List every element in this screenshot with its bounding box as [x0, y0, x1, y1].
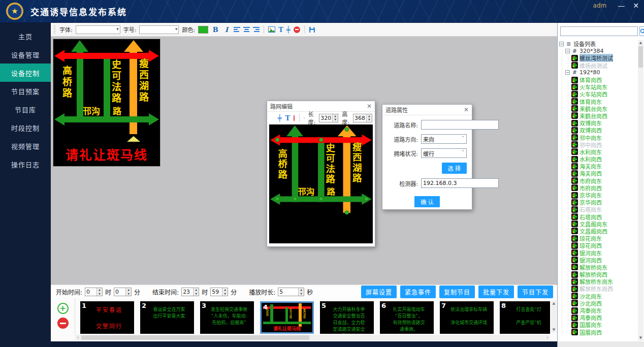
scroll-left-icon[interactable]: ‹ — [75, 335, 81, 340]
device-tree-node[interactable]: − 维扬岗测试 — [559, 62, 637, 69]
scroll-down-icon[interactable]: ▼ — [551, 327, 557, 332]
distribute-icon[interactable]: ╪ — [278, 115, 282, 121]
vertical-scrollbar[interactable]: ▲ ▼ — [551, 301, 557, 332]
device-tree-node[interactable]: − 解放桥东岗东 — [559, 278, 637, 285]
minimize-button[interactable]: — — [618, 2, 625, 9]
color-swatch[interactable] — [198, 26, 208, 34]
align-right-icon[interactable] — [253, 27, 260, 33]
device-tree-node[interactable]: − 体育岗西 — [559, 76, 637, 83]
playlist-item[interactable]: 7 依法治理非标车辆 净化城市交通环境 高桥路 史可法路 瘦西湖路 请礼让斑马线 — [440, 301, 494, 334]
start-minute-spinner[interactable]: 0 ▲▼ — [114, 288, 132, 296]
device-tree-node[interactable]: − 银河岗西 — [559, 257, 637, 264]
add-program-button[interactable]: + — [57, 303, 69, 314]
insert-image-icon[interactable] — [268, 26, 275, 33]
road-name-input[interactable] — [421, 120, 499, 130]
device-tree-node[interactable]: − 市府岗西 — [559, 184, 637, 192]
device-tree-node[interactable]: − 石塔岗西 — [559, 213, 637, 220]
sidebar-item[interactable]: 节目预案 — [0, 82, 51, 100]
device-tree-node[interactable]: − 鸿泰岗西 — [559, 314, 637, 321]
playlist-item[interactable]: 1 平安春运 交警同行 高桥路 史可法路 瘦西湖路 请礼让斑马线 — [80, 301, 134, 334]
close-button[interactable]: ✕ — [633, 2, 639, 9]
control-point[interactable] — [344, 210, 349, 214]
control-point[interactable] — [293, 197, 298, 201]
font-select[interactable] — [76, 25, 120, 34]
device-tree-node[interactable]: − 琼花岗西 — [559, 242, 637, 249]
device-tree-node[interactable]: − 双博岗东 — [559, 119, 637, 127]
dialog-close-button[interactable]: ✕ — [367, 103, 372, 110]
tree-expander-icon[interactable]: − — [565, 49, 570, 53]
playlist-item[interactable]: 8 打击查处“灯 严查严惩“机 高桥路 史可法路 瘦西湖路 请礼让斑马线 — [500, 301, 550, 334]
action-button[interactable]: 节目下发 — [518, 286, 553, 298]
draw-line-icon[interactable] — [273, 115, 274, 121]
save-icon[interactable] — [304, 115, 305, 121]
playlist-item[interactable]: 6 扎实开展电动车 “百日整治”， 有效预防道路交 通事故。 高桥路 史可法路 … — [380, 301, 434, 334]
scrollbar-thumb[interactable] — [81, 335, 309, 340]
sidebar-item[interactable]: 主页 — [0, 27, 51, 45]
device-tree-node[interactable]: − 京华岗西 — [559, 199, 637, 206]
sidebar-item[interactable]: 操作日志 — [0, 155, 51, 173]
scroll-right-icon[interactable]: › — [544, 335, 550, 340]
device-tree-node[interactable]: − 火车站岗西 — [559, 90, 637, 98]
select-detector-button[interactable]: 选 择 — [442, 163, 467, 174]
device-tree-node[interactable]: − 双博岗西 — [559, 127, 637, 134]
italic-button[interactable]: I — [222, 26, 231, 34]
road-edit-canvas[interactable]: 高桥路 史可法路 瘦西湖路 邗沟 路 — [269, 124, 373, 243]
save-icon[interactable] — [309, 26, 315, 33]
sidebar-item[interactable]: 节目库 — [0, 100, 51, 118]
tree-scrollbar[interactable]: ▲ ▼ — [638, 40, 643, 341]
device-tree-node[interactable]: − 文昌阁岗东 — [559, 220, 637, 228]
device-tree-node[interactable]: − 设备列表 — [559, 40, 637, 47]
device-tree-node[interactable]: − 体育岗东 — [559, 98, 637, 105]
tree-expander-icon[interactable]: − — [565, 70, 570, 75]
control-point[interactable] — [344, 128, 349, 132]
sign-preview-panel[interactable]: 高桥路 史可法路 瘦西湖路 邗沟 路 请礼让斑马线 — [53, 39, 160, 167]
end-hour-spinner[interactable]: 23 ▲▼ — [181, 288, 199, 296]
font-size-select[interactable] — [139, 25, 179, 34]
align-left-icon[interactable] — [234, 27, 240, 33]
start-hour-spinner[interactable]: 0 ▲▼ — [85, 288, 103, 296]
length-spinner[interactable]: 320 ▲▼ — [319, 114, 338, 122]
device-tree-node[interactable]: − 银河岗东 — [559, 249, 637, 256]
control-point[interactable] — [319, 138, 324, 142]
device-tree-node[interactable]: − 水利岗西 — [559, 155, 637, 163]
action-button[interactable]: 批量下发 — [478, 286, 514, 298]
search-button[interactable] — [639, 26, 644, 36]
device-tree-node[interactable]: − 解放桥岗西 — [559, 271, 637, 278]
device-tree-node[interactable]: − 京华岗东 — [559, 192, 637, 199]
playlist-item[interactable]: 3 发生轻微交通事故 “人未伤，车能动. 先拍照，后撤离” 高桥路 史可法路 瘦… — [200, 301, 254, 334]
control-point[interactable] — [275, 197, 280, 201]
control-point[interactable] — [364, 197, 369, 201]
sidebar-item[interactable]: 设备管理 — [0, 45, 51, 64]
device-tree-node[interactable]: − 320*384 — [559, 47, 637, 54]
device-tree-node[interactable]: − 鸿泰岗东 — [559, 307, 637, 314]
device-tree-node[interactable]: − 市府岗东 — [559, 177, 637, 184]
device-tree-node[interactable]: − 琼花岗东 — [559, 235, 637, 242]
device-tree-node[interactable]: − 解放桥岗东 — [559, 264, 637, 271]
distribute-icon[interactable]: ╪ — [286, 26, 291, 33]
device-tree-node[interactable]: − 邗中岗西 — [559, 141, 637, 148]
device-tree-node[interactable]: − 来鹤台岗西 — [559, 112, 637, 119]
delete-program-button[interactable] — [57, 318, 69, 329]
device-tree-node[interactable]: − 解放桥东岗西 — [559, 285, 637, 292]
device-tree-node[interactable]: − 192*80 — [559, 69, 637, 76]
confirm-button[interactable]: 确 认 — [414, 196, 440, 207]
device-tree-node[interactable]: − 火车站岗东 — [559, 83, 637, 90]
sidebar-item[interactable]: 设备控制 — [0, 64, 51, 82]
dialog-close-button[interactable]: ✕ — [464, 106, 469, 113]
playlist-item[interactable]: 5 大力开展秋冬季 交通安全整治百 日会战，全力稳 定道路交通安全 形势！ 高桥… — [320, 301, 374, 334]
device-tree-node[interactable]: − 螺丝湾桥测试 — [559, 54, 637, 61]
playlist-item[interactable]: 4 高桥路 史可法路 瘦西湖路 请礼让斑马线 — [260, 301, 314, 334]
device-tree-node[interactable]: − 石塔岗东 — [559, 206, 637, 213]
device-tree-node[interactable]: − 邗中岗东 — [559, 134, 637, 141]
scroll-down-icon[interactable]: ▼ — [638, 335, 643, 341]
height-spinner[interactable]: 368 ▲▼ — [353, 114, 372, 122]
bold-button[interactable]: B — [211, 26, 219, 34]
control-point[interactable] — [275, 138, 280, 142]
device-tree-node[interactable]: − 海关岗西 — [559, 170, 637, 177]
end-minute-spinner[interactable]: 59 ▲▼ — [210, 288, 228, 296]
device-tree-node[interactable]: − 国展岗西 — [559, 329, 637, 336]
action-button[interactable]: 复制节目 — [439, 286, 475, 298]
sidebar-item[interactable]: 视频管理 — [0, 137, 51, 155]
detector-input[interactable] — [421, 178, 499, 188]
remove-item-icon[interactable] — [294, 115, 295, 121]
